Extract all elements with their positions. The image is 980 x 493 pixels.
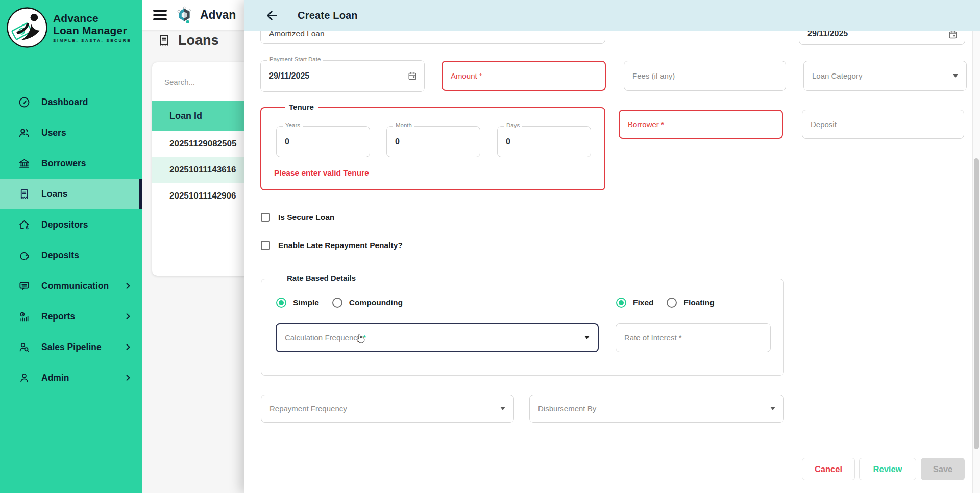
search-input[interactable] [164, 78, 244, 91]
floating-radio-label: Floating [683, 298, 714, 307]
loans-list-card: Loan Id 20251129082505 20251011143616 20… [152, 62, 244, 276]
hamburger-menu-icon[interactable] [153, 10, 167, 20]
save-button[interactable]: Save [921, 458, 965, 480]
piggy-bank-icon [18, 250, 30, 261]
sidebar-item-loans[interactable]: Loans [0, 179, 142, 209]
sidebar-nav: Dashboard Users Borrowers Loans [0, 87, 142, 393]
tenure-days-field[interactable]: Days 0 [497, 126, 591, 157]
cancel-button[interactable]: Cancel [802, 458, 855, 480]
sidebar-item-deposits[interactable]: Deposits [0, 240, 142, 270]
loans-list-panel: Advan Loans Loan Id 20251129082505 20251… [142, 0, 244, 493]
loan-row-highlighted[interactable]: 20251011143616 [152, 157, 244, 183]
tenure-days-value: 0 [506, 137, 510, 146]
brand-tagline: SIMPLE. SASTA. SECURE [53, 38, 131, 43]
back-arrow-icon[interactable] [265, 9, 279, 22]
secure-loan-checkbox-row[interactable]: Is Secure Loan [261, 213, 334, 222]
brand-title-line1: Advance [53, 12, 131, 24]
panel-topbar: Advan [142, 0, 244, 30]
brand-logo: $ Advance Loan Manager SIMPLE. SASTA. SE… [0, 0, 142, 55]
chevron-right-icon [126, 313, 131, 320]
scrollbar-thumb[interactable] [974, 158, 979, 449]
radio-selected-icon[interactable] [276, 298, 286, 308]
users-icon [18, 127, 30, 139]
tenure-error-message: Please enter valid Tenure [274, 168, 369, 178]
loan-row[interactable]: 20251011142906 [152, 183, 244, 209]
calendar-icon[interactable] [948, 30, 958, 39]
sidebar-item-users[interactable]: Users [0, 117, 142, 148]
deposit-field[interactable]: Deposit [802, 110, 964, 139]
radio-selected-icon[interactable] [616, 298, 626, 308]
sidebar: $ Advance Loan Manager SIMPLE. SASTA. SE… [0, 0, 142, 493]
sidebar-item-label: Loans [41, 189, 68, 200]
repayment-frequency-select[interactable]: Repayment Frequency [261, 395, 514, 423]
tenure-month-field[interactable]: Month 0 [386, 126, 480, 157]
loan-row[interactable]: 20251129082505 [152, 131, 244, 157]
sidebar-item-admin[interactable]: Admin [0, 362, 142, 393]
chevron-down-icon [500, 407, 505, 410]
checkbox-unchecked-icon[interactable] [261, 213, 270, 222]
repayment-frequency-label: Repayment Frequency [270, 404, 347, 413]
borrower-field[interactable]: Borrower * [619, 110, 783, 139]
payment-start-date-field[interactable]: Payment Start Date 29/11/2025 [260, 60, 425, 92]
fixed-radio-option[interactable]: Fixed [616, 298, 653, 308]
sidebar-item-label: Users [41, 128, 66, 138]
tenure-years-field[interactable]: Years 0 [276, 126, 370, 157]
sidebar-item-sales-pipeline[interactable]: Sales Pipeline [0, 332, 142, 362]
page-title: Loans [157, 33, 219, 48]
create-loan-panel: Amortized Loan 29/11/2025 Create Loan Pa… [244, 0, 980, 493]
disbursement-by-label: Disbursement By [538, 404, 596, 413]
secure-loan-label: Is Secure Loan [278, 213, 334, 222]
review-button[interactable]: Review [859, 458, 916, 480]
compounding-radio-label: Compounding [349, 298, 403, 307]
rate-of-interest-field[interactable]: Rate of Interest * [616, 323, 771, 352]
radio-unselected-icon[interactable] [332, 298, 342, 308]
tenure-month-label: Month [393, 122, 414, 128]
bank-icon [18, 158, 30, 169]
sidebar-item-reports[interactable]: Reports [0, 301, 142, 332]
chevron-right-icon [126, 343, 131, 351]
simple-radio-option[interactable]: Simple [276, 298, 319, 308]
sidebar-item-label: Borrowers [41, 158, 86, 169]
floating-radio-option[interactable]: Floating [667, 298, 714, 308]
disbursement-by-select[interactable]: Disbursement By [529, 395, 784, 423]
brand-title-line2: Loan Manager [53, 24, 131, 37]
dashboard-icon [18, 96, 30, 108]
radio-unselected-icon[interactable] [667, 298, 677, 308]
sidebar-item-label: Sales Pipeline [41, 342, 102, 353]
receipt-icon [157, 34, 171, 47]
checkbox-unchecked-icon[interactable] [261, 241, 270, 250]
create-loan-title: Create Loan [298, 10, 358, 21]
fixed-radio-label: Fixed [633, 298, 653, 307]
chevron-down-icon [770, 407, 775, 410]
borrower-label: Borrower * [628, 120, 664, 129]
loan-category-select[interactable]: Loan Category [803, 61, 967, 91]
payment-start-date-label: Payment Start Date [267, 56, 323, 62]
scrollbar-track[interactable] [972, 0, 980, 493]
house-dollar-icon: $ [18, 219, 30, 231]
compounding-radio-option[interactable]: Compounding [332, 298, 403, 308]
report-chart-icon [18, 311, 30, 323]
app-root: $ Advance Loan Manager SIMPLE. SASTA. SE… [0, 0, 980, 493]
tenure-years-label: Years [283, 122, 303, 128]
sidebar-item-communication[interactable]: Communication [0, 270, 142, 301]
rate-of-interest-label: Rate of Interest * [624, 333, 682, 342]
sidebar-item-dashboard[interactable]: Dashboard [0, 87, 142, 117]
sidebar-item-borrowers[interactable]: Borrowers [0, 148, 142, 179]
payment-start-date-value: 29/11/2025 [269, 71, 309, 81]
sidebar-item-label: Dashboard [41, 97, 88, 108]
deposit-label: Deposit [811, 120, 837, 129]
calendar-icon[interactable] [408, 71, 417, 81]
sidebar-item-label: Depositors [41, 219, 88, 230]
brand-title: Advance Loan Manager SIMPLE. SASTA. SECU… [53, 12, 131, 43]
fees-field[interactable]: Fees (if any) [624, 61, 786, 91]
late-penalty-label: Enable Late Repayment Penalty? [278, 241, 403, 250]
sidebar-item-depositors[interactable]: $ Depositors [0, 209, 142, 240]
person-icon [18, 372, 30, 384]
late-penalty-checkbox-row[interactable]: Enable Late Repayment Penalty? [261, 241, 403, 250]
calculation-frequency-select[interactable]: Calculation Frequency * [276, 323, 599, 352]
amount-field[interactable]: Amount * [442, 61, 606, 91]
chevron-down-icon [953, 74, 958, 78]
rate-type-radio-group: Fixed Floating [616, 298, 715, 308]
app-name-text: Advan [200, 8, 236, 22]
chevron-right-icon [126, 374, 131, 381]
